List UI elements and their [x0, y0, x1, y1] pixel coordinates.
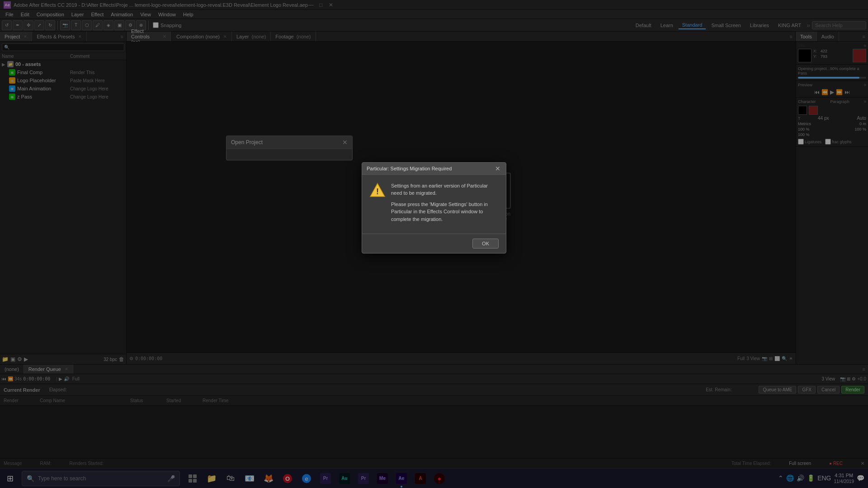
svg-text:!: !: [376, 187, 379, 196]
dialog-title-bar: Particular: Settings Migration Required …: [362, 163, 506, 175]
dialog-body: ! Settings from an earlier version of Pa…: [362, 175, 506, 234]
dialog-line1: Settings from an earlier version of Part…: [391, 182, 499, 197]
dialog-line2: Please press the 'Migrate Settings' butt…: [391, 201, 499, 223]
app-wrapper: Ae Adobe After Effects CC 2019 - D:\Afte…: [0, 0, 868, 488]
dialog-close-btn[interactable]: ✕: [494, 165, 501, 172]
dialog-overlay: Particular: Settings Migration Required …: [0, 0, 868, 488]
dialog-footer: OK: [362, 234, 506, 253]
dialog-title-text: Particular: Settings Migration Required: [367, 166, 452, 171]
warning-icon: !: [369, 182, 386, 198]
ok-button[interactable]: OK: [472, 239, 499, 249]
dialog-message: Settings from an earlier version of Part…: [391, 182, 499, 227]
migration-dialog: Particular: Settings Migration Required …: [362, 162, 506, 254]
